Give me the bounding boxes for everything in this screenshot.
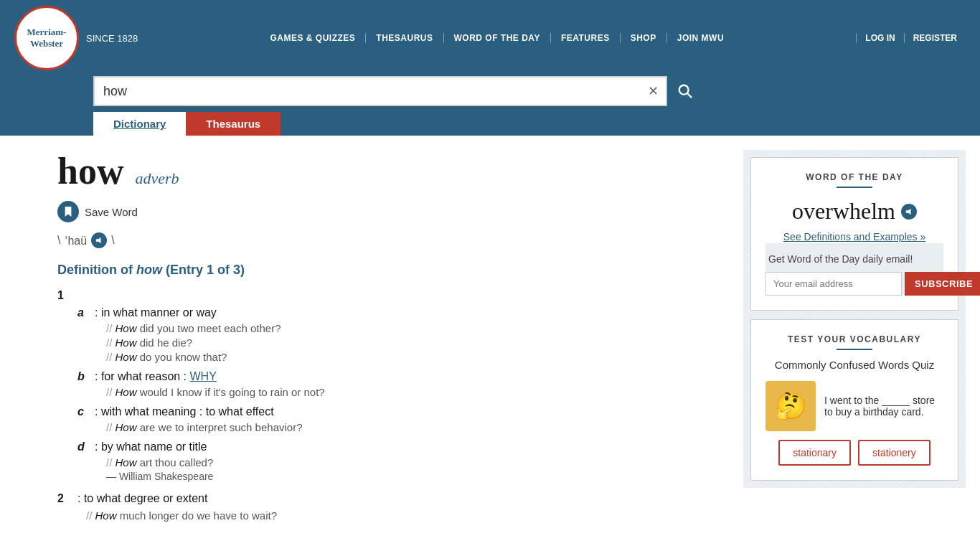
speaker-icon (95, 237, 103, 244)
word-pos: adverb (135, 169, 179, 188)
logo[interactable]: Merriam- Webster (14, 6, 79, 70)
nav-thesaurus[interactable]: THESAURUS (366, 33, 443, 43)
why-link[interactable]: WHY (190, 370, 217, 382)
svg-marker-3 (906, 208, 911, 214)
log-in-link[interactable]: LOG IN (856, 33, 903, 43)
svg-marker-2 (96, 237, 101, 243)
def-1d-row: d : by what name or title (77, 441, 722, 453)
nav-games-quizzes[interactable]: GAMES & QUIZZES (260, 33, 367, 43)
wotd-see-link[interactable]: See Definitions and Examples » (783, 231, 925, 242)
save-word-area: Save Word (57, 201, 722, 222)
tab-thesaurus[interactable]: Thesaurus (186, 112, 281, 136)
audio-button[interactable] (91, 232, 107, 248)
def-number-2: 2 (57, 492, 69, 505)
example-how-7: How (95, 509, 117, 522)
example-how-1: How (116, 322, 137, 334)
vocab-question: I went to the _____ store to buy a birth… (824, 395, 943, 418)
def-2-text: : to what degree or extent (77, 492, 207, 505)
example-how-4: How (116, 386, 137, 398)
example-1a-2: // How did he die? (106, 336, 722, 349)
register-link[interactable]: REGISTER (904, 33, 966, 43)
word-heading: how adverb (57, 150, 722, 192)
def-letter-b: b (77, 370, 86, 383)
save-word-label: Save Word (85, 206, 138, 218)
search-clear-button[interactable]: ✕ (641, 83, 666, 99)
def-1c: c : with what meaning : to what effect /… (77, 405, 722, 433)
definition-2: 2 : to what degree or extent // How much… (57, 492, 722, 522)
save-word-button[interactable] (57, 201, 79, 222)
svg-point-0 (679, 85, 689, 95)
search-input[interactable] (95, 84, 641, 99)
def-1a-text: : in what manner or way (95, 306, 217, 319)
def-heading-pre: Definition of (57, 263, 136, 277)
def-heading-word: how (136, 263, 162, 277)
main-nav: GAMES & QUIZZES THESAURUS WORD OF THE DA… (138, 33, 856, 43)
vocab-divider (837, 349, 872, 350)
sidebar: WORD OF THE DAY overwhelm See Definition… (743, 150, 966, 532)
wotd-speaker-icon (905, 208, 913, 215)
svg-line-1 (687, 93, 692, 98)
example-how-6: How (116, 456, 137, 468)
example-1b-1: // How would I know if it's going to rai… (106, 386, 722, 398)
example-2-1: // How much longer do we have to wait? (86, 509, 722, 522)
search-submit-button[interactable] (667, 76, 703, 106)
vocab-box: TEST YOUR VOCABULARY Commonly Confused W… (750, 319, 958, 481)
def-2-header: 2 : to what degree or extent (57, 492, 722, 505)
wotd-email-section: Get Word of the Day daily email! SUBSCRI… (765, 243, 943, 296)
wotd-label: WORD OF THE DAY (765, 172, 943, 182)
tab-dictionary[interactable]: Dictionary (93, 112, 186, 136)
example-1d-attribution: — William Shakespeare (106, 471, 722, 482)
pronunciation: \ ˈhaü \ (57, 232, 722, 248)
def-1d: d : by what name or title // How art tho… (77, 441, 722, 482)
word-title: how (57, 150, 123, 192)
pronunciation-close: \ (111, 234, 114, 247)
vocab-image-row: 🤔 I went to the _____ store to buy a bir… (765, 381, 943, 431)
def-letter-d: d (77, 441, 86, 453)
wotd-divider (837, 187, 872, 188)
vocab-label: TEST YOUR VOCABULARY (765, 334, 943, 344)
wotd-box: WORD OF THE DAY overwhelm See Definition… (750, 157, 958, 311)
search-wrapper: ✕ (93, 76, 667, 106)
def-1b-row: b : for what reason : WHY (77, 370, 722, 383)
main-wrapper: how adverb Save Word \ ˈhaü \ Definition… (0, 136, 980, 546)
def-1a: a : in what manner or way // How did you… (77, 306, 722, 363)
wotd-email-input[interactable] (765, 272, 902, 296)
wotd-email-row: SUBSCRIBE (765, 272, 943, 296)
def-1c-row: c : with what meaning : to what effect (77, 405, 722, 418)
logo-area: Merriam- Webster SINCE 1828 (14, 6, 138, 70)
nav-shop[interactable]: SHOP (621, 33, 667, 43)
nav-features[interactable]: FEATURES (551, 33, 621, 43)
wotd-subscribe-button[interactable]: SUBSCRIBE (905, 272, 980, 296)
def-1d-text: : by what name or title (95, 441, 207, 453)
definition-heading: Definition of how (Entry 1 of 3) (57, 263, 722, 278)
vocab-answers: stationary stationery (765, 440, 943, 466)
example-how-3: How (116, 351, 137, 363)
search-icon (677, 83, 693, 99)
example-1a-3: // How do you know that? (106, 351, 722, 363)
content-left: how adverb Save Word \ ˈhaü \ Definition… (57, 150, 722, 532)
search-area: ✕ (0, 76, 980, 112)
vocab-answer-stationery[interactable]: stationery (858, 440, 930, 466)
def-1-header: 1 (57, 289, 722, 302)
pronunciation-open: \ (57, 234, 60, 247)
nav-join-mwu[interactable]: JOIN MWU (667, 33, 734, 43)
vocab-answer-stationary[interactable]: stationary (778, 440, 851, 466)
def-1c-text: : with what meaning : to what effect (95, 405, 274, 418)
tabs-area: Dictionary Thesaurus (0, 112, 980, 136)
bookmark-icon (63, 207, 73, 217)
header-top: Merriam- Webster SINCE 1828 GAMES & QUIZ… (0, 0, 980, 76)
logo-since: SINCE 1828 (86, 33, 138, 44)
example-1d-1: // How art thou called? (106, 456, 722, 468)
def-letter-a: a (77, 306, 86, 319)
logo-text-line1: Merriam- (27, 27, 67, 38)
def-number-1: 1 (57, 289, 69, 302)
nav-word-of-the-day[interactable]: WORD OF THE DAY (444, 33, 551, 43)
logo-text-line2: Webster (30, 38, 63, 50)
wotd-audio-button[interactable] (901, 204, 917, 220)
sidebar-bg: WORD OF THE DAY overwhelm See Definition… (743, 150, 966, 488)
example-1c-1: // How are we to interpret such behavior… (106, 421, 722, 433)
def-heading-post: (Entry 1 of 3) (162, 263, 245, 277)
example-how-5: How (116, 421, 137, 433)
wotd-email-label: Get Word of the Day daily email! (765, 253, 943, 265)
vocab-emoji: 🤔 (775, 391, 807, 421)
